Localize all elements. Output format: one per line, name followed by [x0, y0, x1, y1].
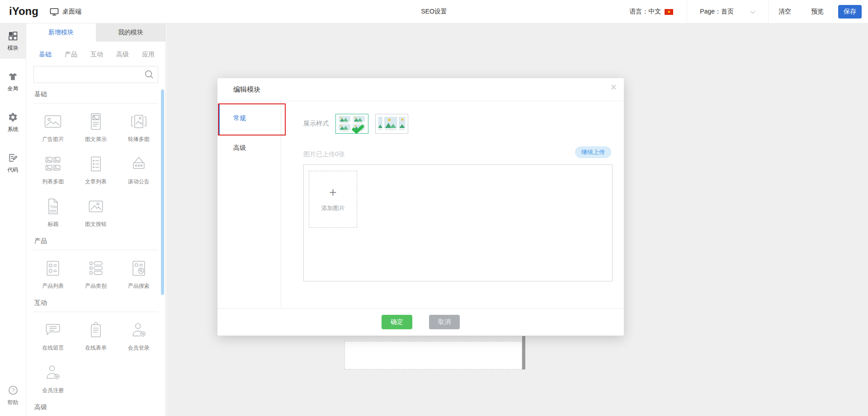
module-item-article-list[interactable]: 文章列表 — [75, 154, 118, 186]
module-item-online-message[interactable]: 在线留言 — [32, 320, 75, 352]
module-label: 广告图片 — [42, 136, 64, 143]
sidebar-item-help[interactable]: ? 帮助 — [0, 378, 26, 413]
device-switcher[interactable]: 桌面端 — [50, 0, 81, 23]
subtab-interact[interactable]: 互动 — [90, 51, 103, 59]
module-item-scroll-notice[interactable]: 滚动公告 — [117, 154, 160, 186]
module-label: 产品类别 — [85, 282, 107, 290]
tab-new-modules[interactable]: 新增模块 — [26, 23, 96, 42]
device-label: 桌面端 — [62, 8, 81, 16]
china-flag-icon: ★ — [665, 9, 673, 15]
section-grid-product: 产品列表 产品类别 产品搜索 — [26, 250, 165, 292]
multi-image-list-icon — [43, 154, 63, 174]
module-item-title[interactable]: Title 标题 — [32, 196, 75, 228]
app-root: iYong 桌面端 SEO设置 语言：中文 ★ Page：首页 清空 预览 保 — [0, 0, 868, 416]
search-icon[interactable] — [144, 70, 154, 81]
confirm-button[interactable]: 确定 — [382, 315, 412, 329]
display-style-row: 展示样式 — [303, 114, 624, 134]
sidebar-item-system[interactable]: 系统 — [0, 105, 26, 140]
sidebar-item-code[interactable]: 代码 — [0, 145, 26, 181]
sidebar-item-modules[interactable]: 模块 — [0, 23, 26, 59]
gear-icon — [8, 112, 18, 122]
sidebar-item-global[interactable]: 全局 — [0, 64, 26, 99]
module-label: 图文按钮 — [85, 220, 107, 228]
module-item-carousel[interactable]: 轮播多图 — [117, 112, 160, 143]
help-icon: ? — [8, 385, 19, 396]
module-label: 图文展示 — [85, 136, 107, 143]
online-form-icon — [86, 320, 106, 340]
section-title: 互动 — [34, 299, 157, 307]
dialog-tab-advanced[interactable]: 高级 — [217, 133, 281, 163]
display-style-label: 展示样式 — [303, 120, 329, 128]
member-register-icon — [43, 363, 63, 383]
subtab-product[interactable]: 产品 — [65, 51, 77, 59]
module-item-product-list[interactable]: 产品列表 — [32, 258, 75, 290]
svg-text:?: ? — [11, 388, 14, 393]
page-selector[interactable]: Page：首页 — [687, 8, 768, 16]
add-image-button[interactable]: + 添加图片 — [309, 171, 357, 228]
subtab-apps[interactable]: 应用 — [142, 51, 155, 59]
module-item-product-search[interactable]: 产品搜索 — [117, 258, 160, 290]
style-option-columns[interactable] — [375, 114, 408, 134]
canvas-module-placeholder[interactable] — [344, 341, 522, 369]
image-text-icon — [86, 112, 106, 131]
top-bar: iYong 桌面端 SEO设置 语言：中文 ★ Page：首页 清空 预览 保 — [0, 0, 868, 23]
dialog-tab-label: 高级 — [233, 144, 246, 152]
panel-subtabs: 基础 产品 互动 高级 应用 — [26, 42, 165, 60]
rail-label: 代码 — [8, 166, 19, 174]
tab-my-modules[interactable]: 我的模块 — [96, 23, 165, 42]
sidebar-rail: 模块 全局 系统 代码 ? 帮助 — [0, 23, 26, 416]
dialog-footer: 确定 取消 — [217, 308, 624, 336]
dialog-side-tabs: 常规 高级 — [217, 101, 281, 308]
module-label: 在线留言 — [42, 344, 64, 352]
upload-header: 图片已上传0张 继续上传 — [303, 148, 613, 160]
image-upload-area: + 添加图片 — [303, 164, 613, 281]
member-login-icon — [129, 320, 149, 340]
monitor-icon — [50, 8, 59, 16]
subtab-advanced[interactable]: 高级 — [116, 51, 129, 59]
close-icon[interactable]: × — [611, 82, 617, 93]
module-label: 列表多图 — [42, 178, 64, 186]
uploaded-count-text: 图片已上传0张 — [303, 150, 345, 158]
carousel-icon — [129, 112, 149, 131]
search-input[interactable] — [33, 66, 158, 83]
dialog-body: 常规 高级 展示样式 — [217, 101, 624, 308]
rail-label: 全局 — [8, 85, 19, 93]
preview-button[interactable]: 预览 — [811, 8, 824, 16]
section-title: 产品 — [34, 237, 157, 245]
title-icon: Title — [43, 196, 63, 216]
panel-scrollbar[interactable] — [161, 89, 164, 295]
module-item-multi-image-list[interactable]: 列表多图 — [32, 154, 75, 186]
subtab-basic[interactable]: 基础 — [39, 51, 52, 59]
add-image-label: 添加图片 — [321, 204, 345, 212]
plus-icon: + — [329, 186, 336, 199]
module-label: 文章列表 — [85, 178, 107, 186]
module-label: 标题 — [47, 220, 58, 228]
module-item-image-button[interactable]: 图文按钮 — [75, 196, 118, 228]
svg-text:Title: Title — [50, 205, 57, 209]
app-logo: iYong — [9, 5, 38, 18]
module-item-member-register[interactable]: 会员注册 — [32, 363, 75, 394]
cancel-button[interactable]: 取消 — [429, 315, 460, 329]
seo-settings-button[interactable]: SEO设置 — [421, 0, 447, 23]
continue-upload-button[interactable]: 继续上传 — [575, 146, 611, 158]
save-button[interactable]: 保存 — [838, 5, 862, 19]
style-option-grid[interactable] — [335, 114, 368, 134]
rail-label: 模块 — [8, 44, 19, 52]
scroll-notice-icon — [129, 154, 149, 174]
clear-button[interactable]: 清空 — [778, 8, 791, 16]
dialog-tab-general[interactable]: 常规 — [217, 103, 281, 133]
module-item-online-form[interactable]: 在线表单 — [75, 320, 118, 352]
module-item-member-login[interactable]: 会员登录 — [117, 320, 160, 352]
language-selector[interactable]: 语言：中文 ★ — [616, 8, 687, 16]
panel-tabs: 新增模块 我的模块 — [26, 23, 165, 42]
canvas-scrollbar[interactable] — [522, 336, 525, 369]
module-item-ad-image[interactable]: 广告图片 — [32, 112, 75, 143]
article-list-icon — [86, 154, 106, 174]
module-item-product-category[interactable]: 产品类别 — [75, 258, 118, 290]
module-label: 在线表单 — [85, 344, 107, 352]
module-label: 会员注册 — [42, 387, 64, 394]
section-grid-interact: 在线留言 在线表单 会员登录 会员注册 — [26, 312, 165, 396]
product-search-icon — [129, 258, 149, 278]
module-label: 轮播多图 — [128, 136, 150, 143]
module-item-image-text[interactable]: 图文展示 — [75, 112, 118, 143]
